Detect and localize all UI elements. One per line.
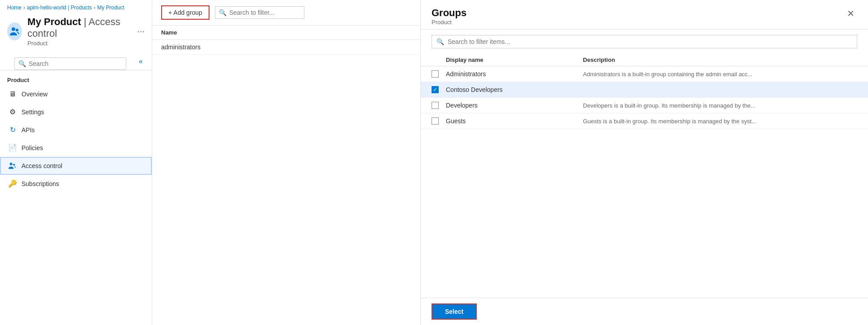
svg-point-1 — [16, 29, 18, 31]
nav-label-settings: Settings — [21, 108, 44, 116]
breadcrumb-home[interactable]: Home — [7, 4, 21, 11]
nav-label-apis: APIs — [21, 126, 35, 134]
close-button[interactable]: ✕ — [844, 7, 857, 20]
checkbox-guests[interactable] — [432, 117, 439, 125]
product-title-block: My Product | Access control Product — [27, 16, 132, 47]
page-subtitle: Product — [27, 40, 132, 47]
nav-item-policies[interactable]: 📄 Policies — [0, 139, 152, 157]
add-group-button[interactable]: + Add group — [161, 5, 210, 20]
panel-search-input[interactable] — [448, 38, 852, 45]
search-icon: 🔍 — [18, 60, 26, 67]
svg-point-0 — [12, 27, 15, 31]
nav-section-product: Product — [0, 70, 152, 85]
more-icon[interactable]: ··· — [137, 26, 145, 36]
panel-table: Display name Description Administrators … — [421, 54, 868, 298]
collapse-button[interactable]: « — [137, 56, 145, 67]
search-input[interactable] — [29, 60, 122, 67]
nav-item-subscriptions[interactable]: 🔑 Subscriptions — [0, 175, 152, 193]
column-name: Name — [161, 29, 233, 36]
group-name-developers: Developers — [446, 102, 583, 109]
apis-icon: ↻ — [8, 126, 17, 134]
panel-title: Groups — [432, 7, 466, 19]
column-description: Description — [583, 56, 857, 63]
main-search-icon: 🔍 — [219, 9, 227, 16]
row-name-administrators: administrators — [161, 43, 233, 51]
table-header: Name — [152, 26, 420, 40]
breadcrumb: Home › apim-hello-world | Products › My … — [0, 0, 152, 13]
checkbox-developers[interactable] — [432, 102, 439, 109]
panel-row-administrators[interactable]: Administrators Administrators is a built… — [421, 66, 868, 82]
groups-panel: Groups Product ✕ 🔍 Display name Descript… — [420, 0, 868, 325]
panel-row-developers[interactable]: Developers Developers is a built-in grou… — [421, 98, 868, 113]
page-title: My Product | Access control — [27, 16, 132, 40]
product-header: My Product | Access control Product ··· — [0, 13, 152, 48]
groups-table: Name administrators — [152, 26, 420, 325]
group-desc-developers: Developers is a built-in group. Its memb… — [583, 102, 857, 109]
overview-icon: 🖥 — [8, 90, 17, 99]
policies-icon: 📄 — [8, 143, 17, 152]
table-row[interactable]: administrators — [152, 40, 420, 55]
panel-search-box[interactable]: 🔍 — [432, 35, 857, 48]
avatar — [7, 22, 22, 40]
group-desc-guests: Guests is a built-in group. Its membersh… — [583, 118, 857, 125]
panel-table-header: Display name Description — [421, 54, 868, 66]
nav-label-overview: Overview — [21, 91, 47, 98]
main-search-input[interactable] — [229, 9, 292, 16]
column-display-name: Display name — [446, 56, 583, 63]
settings-icon: ⚙ — [8, 108, 17, 117]
group-desc-administrators: Administrators is a built-in group conta… — [583, 71, 857, 78]
select-button[interactable]: Select — [432, 303, 477, 320]
nav-label-subscriptions: Subscriptions — [21, 180, 59, 187]
panel-header: Groups Product ✕ — [421, 0, 868, 30]
panel-row-contoso-developers[interactable]: ✓ Contoso Developers — [421, 82, 868, 98]
sidebar-search-box[interactable]: 🔍 — [14, 57, 126, 70]
svg-point-3 — [13, 164, 15, 165]
subscriptions-icon: 🔑 — [8, 179, 17, 188]
panel-title-block: Groups Product — [432, 7, 466, 26]
panel-row-guests[interactable]: Guests Guests is a built-in group. Its m… — [421, 113, 868, 129]
nav-item-overview[interactable]: 🖥 Overview — [0, 85, 152, 103]
sidebar: Home › apim-hello-world | Products › My … — [0, 0, 152, 325]
nav-label-policies: Policies — [21, 144, 43, 152]
checkbox-administrators[interactable] — [432, 70, 439, 78]
nav-item-apis[interactable]: ↻ APIs — [0, 121, 152, 139]
breadcrumb-apim[interactable]: apim-hello-world | Products — [27, 4, 92, 11]
main-search-box[interactable]: 🔍 — [215, 6, 304, 19]
nav-item-access-control[interactable]: Access control — [0, 157, 152, 175]
nav-label-access-control: Access control — [21, 162, 62, 169]
group-name-contoso-developers: Contoso Developers — [446, 86, 583, 93]
svg-point-2 — [10, 163, 13, 165]
main-content: + Add group 🔍 Name administrators — [152, 0, 420, 325]
breadcrumb-product[interactable]: My Product — [97, 4, 124, 11]
group-name-administrators: Administrators — [446, 70, 583, 78]
checkbox-contoso-developers[interactable]: ✓ — [432, 86, 439, 93]
panel-subtitle: Product — [432, 19, 466, 26]
access-control-icon — [8, 161, 17, 170]
toolbar: + Add group 🔍 — [152, 0, 420, 26]
group-name-guests: Guests — [446, 117, 583, 125]
panel-footer: Select — [421, 298, 868, 325]
panel-search-icon: 🔍 — [436, 38, 444, 45]
nav-item-settings[interactable]: ⚙ Settings — [0, 103, 152, 121]
